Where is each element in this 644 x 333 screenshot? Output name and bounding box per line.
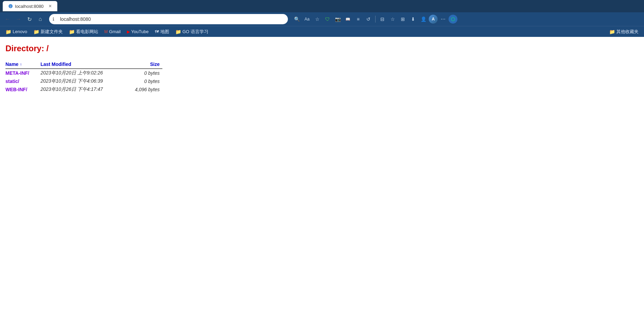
table-header-row: Name ↑ Last Modified Size bbox=[5, 60, 162, 69]
youtube-icon: ▶ bbox=[127, 29, 130, 34]
bookmark-go-learn[interactable]: 📁 GO 语言学习 bbox=[173, 28, 211, 36]
bookmark-page-button[interactable]: ☆ bbox=[312, 14, 322, 24]
immersive-reader-button[interactable]: 📖 bbox=[343, 14, 353, 24]
folder-icon: 📁 bbox=[69, 29, 75, 34]
dir-link-static[interactable]: static/ bbox=[5, 79, 19, 84]
forward-icon: → bbox=[16, 16, 21, 22]
download-icon: ⬇ bbox=[411, 16, 415, 22]
tab-favicon: i bbox=[8, 4, 13, 9]
row-name-cell: WEB-INF/ bbox=[5, 85, 38, 94]
col-size-label: Size bbox=[150, 61, 160, 67]
collections-button[interactable]: ⊞ bbox=[398, 14, 408, 24]
zoom-button[interactable]: 🔍 bbox=[292, 14, 302, 24]
browser-chrome: i localhost:8080 ✕ ← → ↻ ⌂ ℹ localhost:8… bbox=[0, 0, 644, 37]
tab-bar: i localhost:8080 ✕ bbox=[0, 0, 644, 12]
shield-button[interactable]: 🛡 bbox=[323, 14, 332, 24]
col-header-modified[interactable]: Last Modified bbox=[38, 60, 121, 69]
ellipsis-icon: ⋯ bbox=[441, 16, 445, 22]
toolbar: ← → ↻ ⌂ ℹ localhost:8080 🔍 Aa ☆ 🛡 bbox=[0, 12, 644, 26]
book-icon: 📖 bbox=[346, 17, 350, 22]
split-icon: ⊟ bbox=[380, 16, 384, 22]
toolbar-separator-1 bbox=[375, 16, 376, 23]
split-view-button[interactable]: ⊟ bbox=[378, 14, 387, 24]
row-name-cell: META-INF/ bbox=[5, 69, 38, 77]
home-button[interactable]: ⌂ bbox=[35, 14, 45, 24]
bookmark-maps[interactable]: 🗺 地图 bbox=[152, 28, 172, 36]
bookmark-lenovo[interactable]: 📁 Lenovo bbox=[3, 28, 30, 36]
address-text[interactable]: localhost:8080 bbox=[60, 16, 284, 22]
tab-title: localhost:8080 bbox=[15, 4, 44, 9]
folder-icon: 📁 bbox=[5, 29, 11, 34]
reader-icon: Aa bbox=[305, 17, 310, 22]
favorites-button[interactable]: ☆ bbox=[388, 14, 397, 24]
avatar-initial: A bbox=[432, 17, 435, 22]
col-modified-label: Last Modified bbox=[41, 61, 71, 67]
dir-link-meta-inf[interactable]: META-INF/ bbox=[5, 70, 29, 76]
row-size-cell: 4,096 bytes bbox=[121, 85, 162, 94]
shield-icon: 🛡 bbox=[325, 16, 330, 22]
reading-list-button[interactable]: ≡ bbox=[353, 14, 363, 24]
page-title: Directory: / bbox=[5, 44, 639, 53]
sync-icon: ↺ bbox=[366, 16, 370, 22]
sort-arrow-icon: ↑ bbox=[20, 62, 22, 67]
favorites-icon: ☆ bbox=[391, 16, 395, 22]
bookmarks-bar: 📁 Lenovo 📁 新建文件夹 📁 看电影网站 M Gmail ▶ YouTu… bbox=[0, 26, 644, 37]
table-row: META-INF/ 2023年10月20日 上午9:02:26 0 bytes bbox=[5, 69, 162, 77]
table-row: static/ 2023年10月26日 下午4:06:39 0 bytes bbox=[5, 77, 162, 85]
table-row: WEB-INF/ 2023年10月26日 下午4:17:47 4,096 byt… bbox=[5, 85, 162, 94]
maps-icon: 🗺 bbox=[155, 29, 159, 34]
folder-icon: 📁 bbox=[609, 29, 615, 34]
security-info-icon[interactable]: ℹ bbox=[53, 16, 58, 22]
bookmark-label: YouTube bbox=[131, 29, 149, 34]
tab-close-icon[interactable]: ✕ bbox=[48, 4, 52, 9]
extensions-button[interactable]: ⬡ bbox=[449, 15, 457, 24]
bookmark-label: 看电影网站 bbox=[76, 29, 98, 35]
bookmark-label: 新建文件夹 bbox=[41, 29, 63, 35]
forward-button[interactable]: → bbox=[14, 14, 23, 24]
col-name-label: Name bbox=[5, 61, 18, 67]
back-button[interactable]: ← bbox=[3, 14, 12, 24]
accounts-button[interactable]: 👤 bbox=[419, 14, 428, 24]
back-icon: ← bbox=[5, 16, 10, 22]
downloads-button[interactable]: ⬇ bbox=[408, 14, 418, 24]
active-tab[interactable]: i localhost:8080 ✕ bbox=[3, 1, 57, 11]
more-menu-button[interactable]: ⋯ bbox=[438, 14, 448, 24]
col-header-size[interactable]: Size bbox=[121, 60, 162, 69]
row-size-cell: 0 bytes bbox=[121, 77, 162, 85]
row-modified-cell: 2023年10月26日 下午4:06:39 bbox=[38, 77, 121, 85]
home-icon: ⌂ bbox=[39, 16, 42, 22]
row-modified-cell: 2023年10月26日 下午4:17:47 bbox=[38, 85, 121, 94]
refresh-sync-button[interactable]: ↺ bbox=[364, 14, 373, 24]
bookmark-label: Lenovo bbox=[13, 29, 27, 34]
bookmark-movie[interactable]: 📁 看电影网站 bbox=[66, 28, 101, 36]
row-name-cell: static/ bbox=[5, 77, 38, 85]
svg-text:i: i bbox=[10, 5, 11, 8]
toolbar-right: 🔍 Aa ☆ 🛡 📷 📖 ≡ ↺ bbox=[292, 14, 457, 24]
address-bar-container: ℹ localhost:8080 bbox=[49, 14, 288, 24]
bookmark-label: GO 语言学习 bbox=[182, 29, 208, 35]
screenshot-button[interactable]: 📷 bbox=[333, 14, 342, 24]
row-size-cell: 0 bytes bbox=[121, 69, 162, 77]
bookmark-other[interactable]: 📁 其他收藏夹 bbox=[606, 28, 641, 36]
bookmark-label: 地图 bbox=[160, 29, 169, 35]
directory-table: Name ↑ Last Modified Size META-INF/ 2023… bbox=[5, 60, 162, 94]
list-icon: ≡ bbox=[357, 16, 360, 22]
page-content: Directory: / Name ↑ Last Modified Size M… bbox=[0, 37, 644, 333]
person-icon: 👤 bbox=[421, 16, 426, 22]
bookmark-youtube[interactable]: ▶ YouTube bbox=[124, 28, 151, 35]
star-icon: ☆ bbox=[315, 16, 320, 22]
folder-icon: 📁 bbox=[175, 29, 181, 34]
refresh-button[interactable]: ↻ bbox=[25, 14, 34, 24]
col-header-name[interactable]: Name ↑ bbox=[5, 60, 38, 69]
row-modified-cell: 2023年10月20日 上午9:02:26 bbox=[38, 69, 121, 77]
bookmark-label: 其他收藏夹 bbox=[616, 29, 639, 35]
folder-icon: 📁 bbox=[33, 29, 39, 34]
bookmark-new-folder[interactable]: 📁 新建文件夹 bbox=[31, 28, 65, 36]
extension-icon: ⬡ bbox=[451, 16, 455, 22]
profile-avatar[interactable]: A bbox=[429, 15, 438, 24]
reader-mode-button[interactable]: Aa bbox=[302, 14, 312, 24]
collections-icon: ⊞ bbox=[401, 16, 405, 22]
bookmark-gmail[interactable]: M Gmail bbox=[102, 28, 123, 35]
dir-link-web-inf[interactable]: WEB-INF/ bbox=[5, 87, 27, 92]
zoom-icon: 🔍 bbox=[294, 16, 300, 22]
